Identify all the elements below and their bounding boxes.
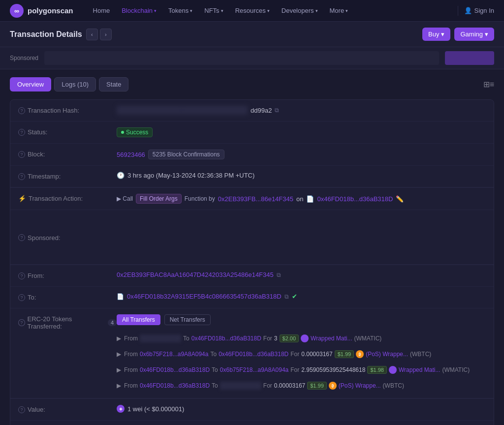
token-name-2[interactable]: (PoS) Wrappe... [366,351,408,358]
info-icon: ? [18,107,25,114]
transfer-from-4[interactable]: 0x46FD018b...d36aB318D [140,382,210,389]
confirmations-badge: 5235 Block Confirmations [148,150,224,159]
transfer-to-2[interactable]: 0x46FD018b...d36aB318D [219,351,288,358]
row-sponsored: ? Sponsored: [10,210,494,265]
transfer-amount-2: 0.00003167 [301,351,332,358]
info-icon: ? [18,319,25,326]
row-action: ⚡ Transaction Action: ▶ Call Fill Order … [10,188,494,210]
row-to: ? To: 📄 0x46FD018b32A9315EF5B4c086663545… [10,287,494,308]
to-label-small: To [212,382,218,389]
erc20-label: ? ERC-20 Tokens Transferred: 4 [18,314,117,330]
brand-logo[interactable]: ∞ polygonscan [10,4,73,18]
transfer-row-1: ▶ From xxxxxxxxeeb To 0x46FD018b...d36aB… [117,332,381,345]
copy-to-icon[interactable]: ⧉ [284,293,289,300]
info-icon: ? [18,129,25,136]
transfer-to-1[interactable]: 0x46FD018b...d36aB318D [191,335,261,342]
timestamp-label: ? Timestamp: [18,172,117,180]
info-icon: ? [18,406,25,413]
all-transfers-button[interactable]: All Transfers [117,314,160,325]
to-value: 📄 0x46FD018b32A9315EF5B4c0866635457d36aB… [117,293,486,300]
for-label-small: For [263,382,272,389]
chevron-down-icon: ▾ [154,8,157,13]
transfer-usd-1: $2.00 [280,334,299,342]
contract-icon: 📄 [306,195,314,203]
timestamp-value: 🕐 3 hrs ago (May-13-2024 02:36:38 PM +UT… [117,172,486,179]
transfer-amount-4: 0.00003167 [274,382,305,389]
token-symbol-3: (WMATIC) [442,366,470,373]
back-button[interactable]: ‹ [86,29,98,40]
row-erc20: ? ERC-20 Tokens Transferred: 4 All Trans… [10,308,494,398]
to-label: ? To: [18,293,117,301]
transfer-amount-1: 3 [274,335,278,342]
token-name-1[interactable]: Wrapped Mati... [311,335,352,342]
block-number-link[interactable]: 56923466 [117,151,145,158]
nav-more[interactable]: More ▾ [325,4,353,17]
signin-button[interactable]: 👤 Sign In [464,7,494,14]
row-from: ? From: 0x2EB393FBAC8AaA16047D4242033A25… [10,265,494,287]
from-label-small: From [124,335,138,342]
arrow-icon: ▶ [117,335,121,342]
brand-name: polygonscan [28,6,73,15]
value-label: ? Value: [18,405,117,413]
clock-icon: 🕐 [117,172,125,179]
transfer-to-3[interactable]: 0x6b75F218...a9A8A094a [220,366,288,373]
action-call: ▶ Call [117,195,133,202]
sponsored-ad-cta[interactable] [445,51,494,65]
nav-right: 👤 Sign In [456,6,494,16]
nav-home[interactable]: Home [88,4,115,17]
transfers-header: All Transfers Net Transfers [117,314,211,325]
to-label-small: To [212,366,218,373]
tab-group: Overview Logs (10) State [10,77,128,91]
to-blurred-4: xxxxxxxxeeb [220,382,261,390]
from-label-small: From [124,366,138,373]
tabs: Overview Logs (10) State ⊞≡ [10,77,494,91]
to-label-small: To [210,351,217,358]
nav-resources[interactable]: Resources ▾ [230,4,275,17]
sponsored-banner: Sponsored [0,47,504,69]
action-label: ⚡ Transaction Action: [18,194,117,202]
action-from-addr[interactable]: 0x2EB393FB...86e14F345 [218,195,293,203]
arrow-icon: ▶ [117,366,121,373]
forward-button[interactable]: › [100,29,112,40]
token-symbol-1: (WMATIC) [354,335,382,342]
to-addr-link[interactable]: 0x46FD018b32A9315EF5B4c0866635457d36aB31… [127,293,282,300]
tab-logs[interactable]: Logs (10) [54,77,96,91]
token-name-4[interactable]: (PoS) Wrappe... [339,382,381,389]
nav-blockchain[interactable]: Blockchain ▾ [117,4,161,17]
row-block: ? Block: 56923466 5235 Block Confirmatio… [10,144,494,166]
gaming-button[interactable]: Gaming ▾ [454,28,494,41]
transfer-row-2: ▶ From 0x6b75F218...a9A8A094a To 0x46FD0… [117,348,431,361]
transfer-from-2[interactable]: 0x6b75F218...a9A8A094a [140,351,208,358]
matic-icon [301,334,309,342]
edit-icon[interactable]: ✏️ [396,195,404,203]
nav-tokens[interactable]: Tokens ▾ [163,4,197,17]
action-to-addr[interactable]: 0x46FD018b...d36aB318D [317,195,393,203]
view-options-icon[interactable]: ⊞≡ [483,80,494,89]
tab-state[interactable]: State [99,77,128,91]
status-badge: Success [117,127,153,137]
info-icon: ? [18,173,25,180]
from-label-small: From [124,351,138,358]
block-value: 56923466 5235 Block Confirmations [117,150,486,159]
net-transfers-button[interactable]: Net Transfers [164,314,211,325]
status-label: ? Status: [18,127,117,136]
header-right: Buy ▾ Gaming ▾ [422,28,494,41]
sponsored-ad-content[interactable] [44,51,439,65]
nav-developers[interactable]: Developers ▾ [277,4,323,17]
verified-icon: ✔ [292,293,297,300]
sponsored-ads [117,216,132,258]
chevron-down-icon: ▾ [190,8,192,13]
transfer-from-3[interactable]: 0x46FD018b...d36aB318D [140,366,210,373]
copy-from-icon[interactable]: ⧉ [277,272,281,278]
buy-button[interactable]: Buy ▾ [422,28,450,41]
tab-overview[interactable]: Overview [10,77,51,91]
action-badge: Fill Order Args [136,194,182,204]
token-name-3[interactable]: Wrapped Mati... [399,366,440,373]
page-header: Transaction Details ‹ › Buy ▾ Gaming ▾ [0,22,504,47]
row-hash: ? Transaction Hash: hash dd99a2 ⧉ [10,100,494,121]
from-addr-link[interactable]: 0x2EB393FBAC8AaA16047D4242033A25486e14F3… [117,271,274,278]
copy-hash-icon[interactable]: ⧉ [275,107,279,114]
page-title-group: Transaction Details ‹ › [10,29,112,40]
row-status: ? Status: Success [10,121,494,144]
nav-nfts[interactable]: NFTs ▾ [199,4,228,17]
